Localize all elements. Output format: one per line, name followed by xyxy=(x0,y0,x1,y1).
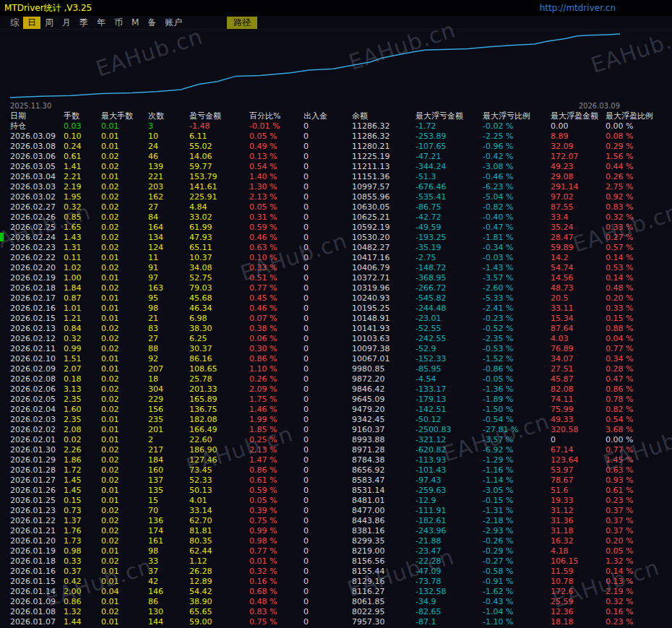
table-row[interactable]: 2026.02.080.180.021825.780.26 %09872.20-… xyxy=(0,374,672,384)
table-row[interactable]: 2026.01.291.860.02184127.461.47 %08784.3… xyxy=(0,455,672,465)
cell-balance: 8531.14 xyxy=(352,486,415,496)
table-row[interactable]: 2026.02.251.650.0216461.990.59 %010592.1… xyxy=(0,223,672,233)
table-row[interactable]: 2026.03.060.610.024614.060.13 %011225.19… xyxy=(0,152,672,162)
table-row[interactable]: 2026.01.071.440.0114459.000.75 %07957.30… xyxy=(0,617,672,627)
table-row[interactable]: 2026.02.191.000.019752.750.51 %010372.71… xyxy=(0,273,672,283)
table-row[interactable]: 2026.01.221.370.0213662.700.75 %08443.86… xyxy=(0,516,672,526)
website-link[interactable]: http://mtdriver.cn xyxy=(540,3,616,13)
table-row[interactable]: 2026.02.181.840.0216379.030.77 %010319.9… xyxy=(0,283,672,293)
table-row[interactable]: 2026.02.010.020.01222.600.25 %08993.88-3… xyxy=(0,435,672,445)
menu-item-month[interactable]: 月 xyxy=(58,17,75,29)
cell-date: 2026.02.03 xyxy=(10,415,64,425)
cell-date: 2026.03.03 xyxy=(10,182,64,192)
table-row[interactable]: 2026.03.042.210.01221153.791.40 %011151.… xyxy=(0,172,672,182)
menu-item-quarter[interactable]: 季 xyxy=(75,17,92,29)
cell-max-float-loss: -23.47 xyxy=(415,546,483,556)
table-row[interactable]: 2026.02.052.350.02229165.891.75 %09645.0… xyxy=(0,395,672,405)
cell-deposit: 0 xyxy=(303,476,352,486)
path-button[interactable]: 路径 xyxy=(227,17,257,29)
table-row[interactable]: 2026.01.281.720.0216073.450.86 %08656.92… xyxy=(0,465,672,476)
cell-max-float-loss: -242.55 xyxy=(415,334,483,344)
table-row[interactable]: 2026.02.120.320.02276.250.06 %010103.63-… xyxy=(0,334,672,344)
cell-max-float-profit-pct: 0.33 % xyxy=(606,304,672,314)
cell-balance: 8116.27 xyxy=(352,587,415,597)
table-row[interactable]: 2026.01.250.150.01154.010.05 %08481.01-1… xyxy=(0,496,672,506)
cell-date: 2026.02.05 xyxy=(10,395,64,405)
cell-max-lots: 0.01 xyxy=(101,172,148,182)
cell-max-float-loss: -12.9 xyxy=(415,496,483,506)
cell-balance: 10195.25 xyxy=(352,304,415,314)
table-row[interactable]: 2026.01.090.860.018638.900.48 %08061.85-… xyxy=(0,597,672,607)
menu-item-backup[interactable]: 备 xyxy=(143,17,160,29)
cell-percent: 0.13 % xyxy=(249,152,303,162)
cell-date: 2026.01.30 xyxy=(10,445,64,455)
cell-max-lots: 0.01 xyxy=(101,142,148,152)
table-row[interactable]: 2026.02.041.600.02156136.751.46 %09479.2… xyxy=(0,405,672,415)
table-row[interactable]: 2026.03.021.950.02162225.912.13 %010855.… xyxy=(0,192,672,202)
table-row[interactable]: 持仓0.030.013-1.48-0.01 %011286.32-1.72-0.… xyxy=(0,121,672,132)
table-row[interactable]: 2026.02.241.430.0213447.930.46 %010530.2… xyxy=(0,233,672,243)
table-row[interactable]: 2026.02.201.020.029134.080.33 %010406.79… xyxy=(0,263,672,273)
cell-max-float-profit-pct: 0.23 % xyxy=(606,617,672,627)
cell-deposit: 0 xyxy=(303,152,352,162)
table-row[interactable]: 2026.01.142.000.0414654.420.68 %08116.27… xyxy=(0,587,672,597)
cell-max-float-loss-pct: -0.40 % xyxy=(483,212,551,223)
cell-date: 2026.01.08 xyxy=(10,607,64,617)
cell-max-lots: 0.01 xyxy=(101,314,148,324)
cell-max-float-profit-pct: 0.00 % xyxy=(606,121,672,132)
table-row[interactable]: 2026.02.231.310.0212465.110.63 %010482.2… xyxy=(0,243,672,253)
table-row[interactable]: 2026.02.101.510.019286.160.86 %010067.01… xyxy=(0,354,672,364)
cell-balance: 8299.35 xyxy=(352,536,415,546)
cell-lots: 0.11 xyxy=(64,253,101,263)
cell-percent: 0.83 % xyxy=(249,607,303,617)
table-row[interactable]: 2026.01.302.260.02217186.902.13 %08971.2… xyxy=(0,445,672,455)
cell-percent: 0.05 % xyxy=(249,202,303,212)
table-row[interactable]: 2026.03.032.190.02203141.611.30 %010997.… xyxy=(0,182,672,192)
table-row[interactable]: 2026.01.150.420.014212.890.16 %08129.16-… xyxy=(0,577,672,587)
table-row[interactable]: 2026.02.151.210.01216.980.07 %010148.91-… xyxy=(0,314,672,324)
table-row[interactable]: 2026.01.201.730.0216180.350.98 %08299.35… xyxy=(0,536,672,546)
cell-deposit: 0 xyxy=(303,293,352,304)
table-row[interactable]: 2026.01.211.760.0217481.810.99 %08381.16… xyxy=(0,526,672,536)
table-row[interactable]: 2026.01.081.320.0213065.650.83 %08022.95… xyxy=(0,607,672,617)
cell-deposit: 0 xyxy=(303,425,352,435)
cell-count: 84 xyxy=(148,212,189,223)
cell-deposit: 0 xyxy=(303,506,352,516)
menu-item-summary[interactable]: 综 xyxy=(6,17,23,29)
cell-lots: 1.45 xyxy=(64,486,101,496)
table-row[interactable]: 2026.01.190.980.019862.440.77 %08219.00-… xyxy=(0,546,672,556)
table-row[interactable]: 2026.01.160.370.013726.280.32 %08155.44-… xyxy=(0,567,672,577)
table-row[interactable]: 2026.03.051.410.0213959.770.54 %011211.1… xyxy=(0,162,672,172)
table-row[interactable]: 2026.02.220.110.011110.370.10 %010417.16… xyxy=(0,253,672,263)
table-row[interactable]: 2026.01.180.330.02331.120.01 %08156.56-2… xyxy=(0,556,672,567)
table-row[interactable]: 2026.01.261.450.0113550.130.59 %08531.14… xyxy=(0,486,672,496)
table-row[interactable]: 2026.02.270.320.02274.840.05 %010630.05-… xyxy=(0,202,672,212)
table-row[interactable]: 2026.01.230.730.027033.140.39 %08477.00-… xyxy=(0,506,672,516)
table-row[interactable]: 2026.03.090.100.01106.110.05 %011286.32-… xyxy=(0,132,672,142)
cell-balance: 8155.44 xyxy=(352,567,415,577)
menu-bar: 综日周月季年币M备账户 路径 xyxy=(0,16,672,29)
cell-max-lots: 0.01 xyxy=(101,364,148,374)
table-row[interactable]: 2026.02.260.850.028433.020.31 %010625.21… xyxy=(0,212,672,223)
table-row[interactable]: 2026.02.170.870.019545.680.45 %010240.93… xyxy=(0,293,672,304)
table-row[interactable]: 2026.02.161.010.019846.340.46 %010195.25… xyxy=(0,304,672,314)
cell-balance: 10482.27 xyxy=(352,243,415,253)
menu-item-m[interactable]: M xyxy=(127,17,143,29)
menu-item-week[interactable]: 周 xyxy=(40,17,58,29)
menu-item-account[interactable]: 账户 xyxy=(160,17,186,29)
cell-max-lots: 0.02 xyxy=(101,344,148,354)
cell-max-float-profit-pct: 0.14 % xyxy=(606,567,672,577)
table-row[interactable]: 2026.01.271.450.0213752.330.61 %08583.47… xyxy=(0,476,672,486)
table-row[interactable]: 2026.02.110.990.028830.370.30 %010097.38… xyxy=(0,344,672,354)
table-row[interactable]: 2026.03.080.240.012455.020.49 %011280.21… xyxy=(0,142,672,152)
table-row[interactable]: 2026.02.063.130.02304201.332.09 %09846.4… xyxy=(0,384,672,395)
table-row[interactable]: 2026.02.032.350.01235182.081.99 %09342.4… xyxy=(0,415,672,425)
menu-items: 综日周月季年币M备账户 xyxy=(6,17,186,29)
cell-max-float-loss-pct: -1.31 % xyxy=(483,506,551,516)
menu-item-day[interactable]: 日 xyxy=(23,17,40,29)
table-row[interactable]: 2026.02.092.070.01207108.651.10 %09980.8… xyxy=(0,364,672,374)
table-row[interactable]: 2026.02.022.080.01201166.491.85 %09160.3… xyxy=(0,425,672,435)
menu-item-year[interactable]: 年 xyxy=(92,17,110,29)
table-row[interactable]: 2026.02.130.840.028338.300.38 %010141.93… xyxy=(0,324,672,334)
menu-item-currency[interactable]: 币 xyxy=(110,17,127,29)
